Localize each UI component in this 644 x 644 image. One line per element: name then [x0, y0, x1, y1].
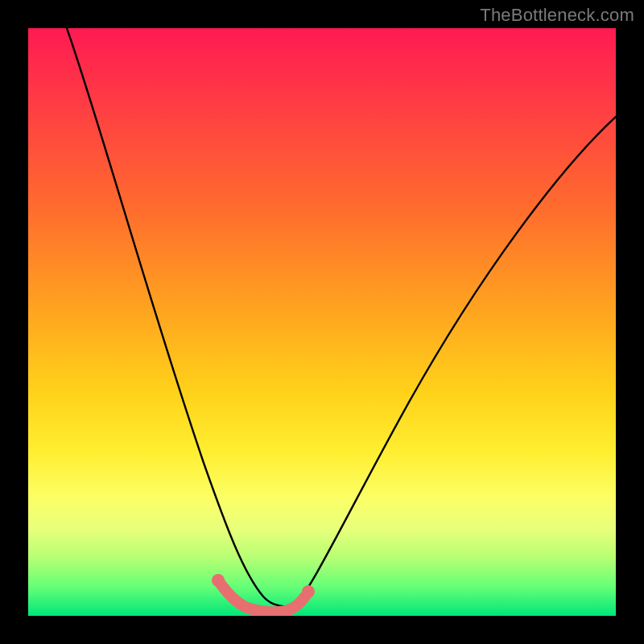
curve-layer	[28, 28, 616, 616]
highlight-segment	[218, 580, 305, 612]
highlight-dot-right	[302, 585, 315, 598]
chart-frame: TheBottleneck.com	[0, 0, 644, 644]
bottleneck-curve	[67, 28, 616, 606]
highlight-dot-left	[212, 574, 225, 587]
watermark-text: TheBottleneck.com	[480, 5, 634, 26]
plot-area	[28, 28, 616, 616]
